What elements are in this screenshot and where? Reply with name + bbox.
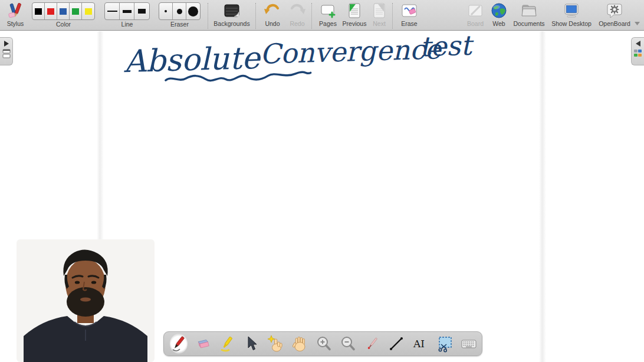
marker-tool-button[interactable]: [218, 334, 236, 354]
capture-tool-button[interactable]: [436, 334, 454, 354]
thick-line-icon: [138, 9, 146, 14]
line-group: Line: [104, 2, 150, 28]
board-icon: [466, 2, 484, 19]
selector-tool-button[interactable]: [242, 334, 260, 354]
erase-button[interactable]: Erase: [397, 2, 421, 30]
color-group: Color: [32, 2, 95, 28]
eraser-label: Eraser: [170, 21, 189, 28]
left-panel-tab[interactable]: [0, 37, 13, 65]
zoom-out-icon: [339, 335, 357, 353]
board-button[interactable]: Board: [464, 2, 487, 30]
line-medium-button[interactable]: [120, 3, 134, 19]
right-toolbar-cluster: Board Web Documents: [464, 2, 642, 30]
pen-icon: [170, 335, 188, 353]
page-right-edge: [539, 31, 546, 362]
expand-right-arrow-icon: [3, 40, 10, 47]
person-mouth: [80, 298, 91, 302]
pen-tool-button[interactable]: [170, 334, 188, 354]
undo-button[interactable]: Undo: [261, 2, 284, 30]
redo-icon: [288, 2, 306, 19]
show-desktop-button[interactable]: Show Desktop: [548, 2, 594, 30]
documents-folder-icon: [520, 2, 538, 19]
pages-icon: [319, 2, 337, 19]
color-green-button[interactable]: [70, 3, 82, 19]
text-tool-button[interactable]: AI: [412, 334, 429, 354]
page-navigator-icon: [2, 49, 11, 58]
redo-label: Redo: [290, 20, 304, 27]
toolbar-separator: [208, 3, 208, 29]
red-swatch: [47, 8, 54, 15]
next-page-icon: [370, 2, 388, 19]
show-desktop-monitor-icon: [563, 2, 580, 19]
chevron-down-icon: [635, 22, 640, 25]
capture-icon: [436, 335, 454, 353]
virtual-keyboard-icon: [460, 335, 478, 353]
documents-label: Documents: [513, 20, 544, 27]
web-button[interactable]: Web: [488, 2, 510, 30]
tool-dock: AI: [163, 331, 482, 356]
stylus-button[interactable]: Stylus: [2, 2, 28, 30]
title-word-1: Absolute: [123, 40, 262, 80]
right-panel-tab[interactable]: [631, 37, 644, 65]
redo-button[interactable]: Redo: [285, 2, 309, 30]
line-icon: [387, 335, 405, 353]
text-tool-icon: AI: [412, 335, 429, 353]
erase-icon: [400, 2, 418, 19]
title-word-2: Convergence: [259, 33, 443, 70]
magic-hand-icon: [267, 335, 284, 353]
webcam-overlay: [17, 239, 155, 362]
black-swatch: [35, 8, 42, 15]
eraser-small-button[interactable]: [159, 3, 173, 19]
zoom-out-tool-button[interactable]: [339, 334, 357, 354]
top-toolbar: Stylus Color Line Eraser: [0, 0, 644, 31]
color-red-button[interactable]: [45, 3, 57, 19]
line-label: Line: [121, 21, 133, 28]
openboard-menu-button[interactable]: OpenBoard: [596, 2, 633, 30]
eraser-group: Eraser: [159, 2, 201, 28]
pan-tool-button[interactable]: [291, 334, 308, 354]
pages-label: Pages: [319, 20, 337, 27]
title-word-3: test: [419, 32, 475, 62]
eraser-large-button[interactable]: [186, 3, 200, 19]
backgrounds-button[interactable]: Backgrounds: [211, 2, 253, 30]
line-thin-button[interactable]: [105, 3, 120, 19]
zoom-in-tool-button[interactable]: [315, 334, 333, 354]
stylus-icon: [6, 2, 24, 19]
web-label: Web: [492, 20, 505, 27]
interact-tool-button[interactable]: [267, 334, 284, 354]
pages-button[interactable]: Pages: [316, 2, 340, 30]
documents-button[interactable]: Documents: [511, 2, 547, 30]
line-thick-button[interactable]: [134, 3, 149, 19]
openboard-label: OpenBoard: [599, 20, 630, 27]
undo-icon: [264, 2, 281, 19]
web-globe-icon: [490, 2, 508, 19]
toolbar-separator: [311, 3, 312, 29]
eraser-icon: [194, 335, 212, 353]
marker-icon: [218, 335, 236, 353]
library-icon: [633, 49, 642, 58]
color-label: Color: [56, 21, 71, 28]
color-yellow-button[interactable]: [82, 3, 94, 19]
medium-dot-icon: [177, 9, 182, 14]
keyboard-tool-button[interactable]: [460, 334, 478, 354]
line-tool-button[interactable]: [387, 334, 405, 354]
toolbar-separator: [255, 3, 256, 29]
handwritten-title: Absolute Convergence test: [112, 32, 525, 87]
next-page-button[interactable]: Next: [369, 2, 390, 30]
openboard-menu-caret[interactable]: [635, 2, 640, 30]
undo-label: Undo: [265, 20, 280, 27]
expand-left-arrow-icon: [635, 40, 642, 47]
laser-tool-button[interactable]: [363, 334, 381, 354]
arrow-cursor-icon: [242, 335, 260, 353]
laser-pointer-icon: [363, 335, 381, 353]
eraser-medium-button[interactable]: [173, 3, 186, 19]
erase-label: Erase: [401, 20, 417, 27]
previous-page-button[interactable]: Previous: [340, 2, 369, 30]
backgrounds-label: Backgrounds: [213, 20, 249, 27]
eraser-tool-button[interactable]: [194, 334, 212, 354]
color-blue-button[interactable]: [57, 3, 70, 19]
open-hand-icon: [291, 335, 308, 353]
whiteboard-canvas[interactable]: Absolute Convergence test: [0, 31, 644, 362]
blue-swatch: [60, 8, 67, 15]
color-black-button[interactable]: [32, 3, 45, 19]
